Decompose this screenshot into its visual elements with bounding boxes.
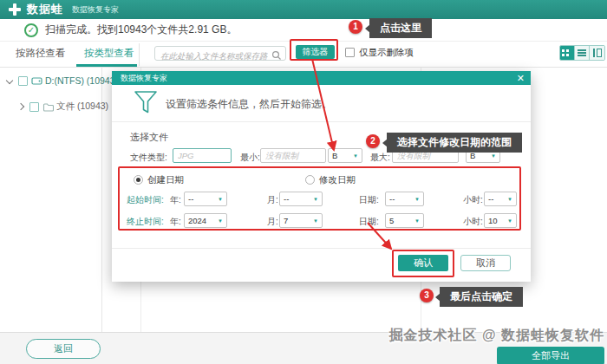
app-tagline: 数据恢复专家 bbox=[72, 4, 119, 16]
tab-view-by-type[interactable]: 按类型查看 bbox=[84, 47, 134, 60]
dialog-title: 数据恢复专家 bbox=[121, 73, 167, 84]
tree-item-drive[interactable]: D:(NTFS) (10943) bbox=[7, 75, 118, 86]
filter-button[interactable]: 筛选器 bbox=[296, 45, 335, 59]
column-view-icon bbox=[593, 45, 602, 61]
max-size-label: 最大: bbox=[370, 152, 390, 164]
filter-dialog: 数据恢复专家 ✕ 设置筛选条件信息，然后开始筛选。 选择文件 文件类型: 最小:… bbox=[112, 71, 531, 282]
only-deleted-checkbox[interactable] bbox=[345, 48, 355, 57]
end-month-label: 月: bbox=[267, 216, 278, 228]
start-month-label: 月: bbox=[267, 194, 278, 206]
tree-item-drive-label[interactable]: D:(NTFS) (10943) bbox=[45, 75, 118, 86]
grid-view-button[interactable] bbox=[560, 46, 575, 60]
toolbar: 按路径查看 按类型查看 筛选器 仅显示删除项 bbox=[0, 42, 607, 68]
folder-icon bbox=[42, 102, 54, 112]
step1-tooltip: 点击这里 bbox=[369, 18, 432, 38]
back-button[interactable]: 返回 bbox=[26, 339, 101, 359]
min-size-label: 最小: bbox=[240, 152, 260, 164]
start-hour-label: 小时: bbox=[463, 194, 483, 206]
view-mode-group bbox=[559, 45, 605, 61]
scan-status-text: 扫描完成。找到10943个文件共2.91 GB。 bbox=[45, 23, 237, 37]
end-day-label: 日期: bbox=[359, 216, 379, 228]
files-checkbox[interactable] bbox=[29, 102, 39, 112]
list-view-button[interactable] bbox=[575, 46, 590, 60]
tab-view-by-path[interactable]: 按路径查看 bbox=[16, 47, 66, 60]
chevron-down-icon: ▼ bbox=[491, 153, 496, 159]
confirm-button[interactable]: 确认 bbox=[398, 255, 448, 271]
drive-checkbox[interactable] bbox=[18, 76, 28, 86]
start-year-select[interactable]: --▼ bbox=[184, 192, 227, 206]
toolbar-divider bbox=[139, 43, 140, 66]
min-unit-select[interactable]: B▼ bbox=[328, 148, 362, 163]
created-date-radio[interactable] bbox=[134, 175, 143, 185]
search-box bbox=[154, 46, 286, 61]
column-view-button[interactable] bbox=[590, 46, 604, 60]
export-all-button[interactable]: 全部导出 bbox=[497, 347, 604, 364]
min-size-input[interactable] bbox=[260, 148, 326, 163]
modified-date-radio[interactable] bbox=[305, 175, 315, 185]
end-month-select[interactable]: 7▼ bbox=[279, 213, 323, 228]
cancel-button[interactable]: 取消 bbox=[460, 255, 511, 271]
chevron-right-icon[interactable] bbox=[17, 103, 24, 110]
end-time-label: 终止时间: bbox=[127, 216, 164, 228]
active-tab-underline bbox=[76, 64, 137, 67]
only-deleted-label[interactable]: 仅显示删除项 bbox=[359, 47, 414, 59]
chevron-down-icon: ▼ bbox=[353, 153, 358, 159]
drive-icon bbox=[31, 76, 42, 86]
step2-tooltip: 选择文件修改日期的范围 bbox=[387, 133, 522, 153]
tree-item-files[interactable]: 文件 (10943) bbox=[18, 101, 108, 113]
step2-badge: 2 bbox=[366, 134, 380, 148]
modified-date-label[interactable]: 修改日期 bbox=[319, 174, 356, 186]
search-icon bbox=[271, 49, 282, 64]
end-hour-label: 小时: bbox=[463, 216, 483, 228]
end-year-select[interactable]: 2024▼ bbox=[184, 213, 227, 228]
start-day-label: 日期: bbox=[359, 194, 379, 206]
start-time-label: 起始时间: bbox=[127, 194, 164, 206]
file-type-label: 文件类型: bbox=[130, 152, 167, 164]
list-view-icon bbox=[578, 49, 586, 51]
grid-view-icon bbox=[562, 49, 565, 52]
end-hour-select[interactable]: 10▼ bbox=[484, 213, 517, 228]
close-icon[interactable]: ✕ bbox=[517, 72, 525, 84]
step1-badge: 1 bbox=[349, 20, 362, 34]
end-day-select[interactable]: 5▼ bbox=[385, 213, 424, 228]
end-year-label: 年: bbox=[170, 216, 181, 228]
step3-badge: 3 bbox=[420, 289, 434, 302]
app-name: 数据蛙 bbox=[27, 2, 63, 17]
start-month-select[interactable]: --▼ bbox=[279, 192, 323, 206]
start-day-select[interactable]: --▼ bbox=[385, 192, 424, 206]
scan-status-bar: ✓ 扫描完成。找到10943个文件共2.91 GB。 bbox=[0, 19, 607, 42]
app-logo-icon bbox=[9, 3, 21, 16]
dialog-instruction: 设置筛选条件信息，然后开始筛选。 bbox=[166, 97, 332, 112]
start-hour-select[interactable]: --▼ bbox=[484, 192, 517, 206]
file-type-input[interactable] bbox=[173, 148, 232, 163]
created-date-label[interactable]: 创建日期 bbox=[147, 174, 184, 186]
dialog-divider bbox=[112, 121, 531, 122]
select-file-section-label: 选择文件 bbox=[130, 131, 168, 144]
dialog-header: 数据恢复专家 ✕ bbox=[112, 71, 531, 85]
watermark-text: 掘金技术社区 @ 数据蛙恢复软件 bbox=[389, 327, 605, 345]
scan-complete-check-icon: ✓ bbox=[24, 23, 38, 37]
search-input[interactable] bbox=[155, 49, 268, 62]
dialog-footer-divider bbox=[112, 248, 531, 249]
funnel-icon bbox=[133, 90, 159, 118]
title-bar: 数据蛙 数据恢复专家 bbox=[0, 0, 607, 19]
tree-item-files-label[interactable]: 文件 (10943) bbox=[56, 101, 108, 113]
chevron-down-icon[interactable] bbox=[6, 77, 13, 84]
start-year-label: 年: bbox=[170, 194, 181, 206]
step3-tooltip: 最后点击确定 bbox=[440, 287, 523, 307]
